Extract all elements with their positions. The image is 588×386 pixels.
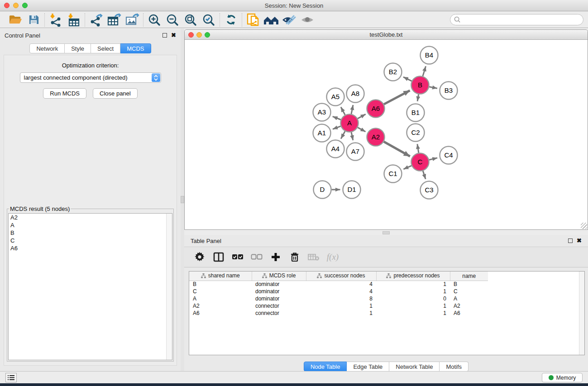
graph-edge-B-B4[interactable] (423, 66, 426, 76)
graph-edge-A-A6[interactable] (358, 114, 366, 119)
table-row[interactable]: A2connector11A2 (189, 302, 488, 310)
show-columns-icon[interactable] (210, 249, 227, 265)
create-column-icon[interactable] (268, 249, 284, 265)
table-cell-shared_name[interactable]: A6 (189, 310, 252, 317)
table-cell-predecessor_nodes[interactable]: 0 (376, 295, 450, 302)
graph-edge-B-B3[interactable] (429, 87, 437, 88)
table-cell-successor_nodes[interactable]: 4 (306, 281, 376, 288)
resize-grip-icon[interactable] (581, 223, 587, 229)
table-cell-name[interactable]: C (450, 288, 488, 295)
horizontal-splitter[interactable] (184, 230, 588, 235)
tab-node-table[interactable]: Node Table (304, 362, 347, 372)
delete-columns-icon[interactable] (287, 249, 303, 265)
graph-edge-C-C2[interactable] (417, 144, 419, 153)
table-row[interactable]: Bdominator41B (189, 281, 488, 288)
table-cell-mcds_role[interactable]: dominator (252, 288, 306, 295)
refresh-icon[interactable] (222, 13, 240, 27)
close-table-panel-icon[interactable]: ✖ (577, 238, 582, 243)
table-scrollbar[interactable] (579, 272, 584, 355)
table-cell-predecessor_nodes[interactable]: 1 (376, 302, 450, 310)
graph-edge-C-C1[interactable] (403, 166, 411, 169)
open-file-icon[interactable] (6, 13, 24, 27)
vertical-splitter[interactable] (181, 29, 184, 371)
graph-edge-B-B2[interactable] (403, 77, 412, 81)
result-list-item[interactable]: B (9, 229, 172, 237)
net-zoom-button[interactable] (205, 32, 210, 38)
table-cell-name[interactable]: A6 (450, 310, 488, 317)
column-header-successor-nodes[interactable]: successor nodes (306, 272, 376, 281)
import-table-icon[interactable] (65, 13, 83, 27)
save-session-icon[interactable] (24, 13, 43, 27)
graph-edge-C-C4[interactable] (429, 158, 437, 160)
table-cell-mcds_role[interactable]: dominator (252, 281, 306, 288)
float-panel-icon[interactable] (163, 33, 167, 38)
new-network-from-selection-icon[interactable] (244, 13, 262, 27)
table-options-icon[interactable] (191, 249, 208, 265)
tab-network[interactable]: Network (29, 43, 65, 53)
network-canvas[interactable]: B4B2BB3A8A5A6A3B1AC2A1A2A4A7C4CC1C3DD1 (185, 40, 588, 229)
zoom-fit-icon[interactable] (182, 13, 200, 27)
tab-mcds[interactable]: MCDS (120, 43, 151, 53)
export-table-icon[interactable] (105, 13, 123, 27)
close-panel-button[interactable]: Close panel (93, 88, 138, 99)
task-history-button[interactable] (5, 373, 17, 382)
table-row[interactable]: A6connector11A6 (189, 310, 488, 317)
zoom-in-icon[interactable] (145, 13, 163, 27)
result-scrollbar[interactable] (166, 214, 172, 360)
zoom-out-icon[interactable] (163, 13, 182, 27)
result-list-item[interactable]: A6 (9, 244, 172, 252)
column-header-name[interactable]: name (450, 272, 488, 281)
splitter-grip[interactable] (181, 196, 184, 203)
minimize-window-button[interactable] (13, 3, 19, 8)
table-cell-successor_nodes[interactable]: 1 (306, 302, 376, 310)
close-window-button[interactable] (4, 3, 10, 8)
graph-edge-B-B1[interactable] (417, 94, 419, 101)
table-cell-successor_nodes[interactable]: 1 (306, 310, 376, 317)
network-window-titlebar[interactable]: testGlobe.txt (185, 30, 588, 40)
graph-edge-A-A1[interactable] (333, 126, 341, 129)
show-all-icon[interactable] (298, 13, 316, 27)
float-table-panel-icon[interactable] (568, 238, 573, 243)
table-cell-shared_name[interactable]: A (189, 295, 252, 302)
table-cell-shared_name[interactable]: C (189, 288, 252, 295)
table-cell-predecessor_nodes[interactable]: 1 (376, 288, 450, 295)
first-neighbors-icon[interactable] (262, 13, 280, 27)
column-header-mcds-role[interactable]: MCDS role (252, 272, 306, 281)
tab-edge-table[interactable]: Edge Table (347, 362, 389, 372)
unselect-all-columns-icon[interactable] (249, 249, 265, 265)
tab-network-table[interactable]: Network Table (389, 362, 440, 372)
net-minimize-button[interactable] (196, 32, 202, 38)
graph-edge-A-A4[interactable] (341, 131, 345, 139)
tab-motifs[interactable]: Motifs (440, 362, 468, 372)
run-mcds-button[interactable]: Run MCDS (43, 88, 86, 99)
result-list-item[interactable]: A2 (9, 214, 172, 221)
graph-edge-A-A8[interactable] (351, 105, 353, 114)
export-image-icon[interactable] (123, 13, 141, 27)
table-cell-mcds_role[interactable]: dominator (252, 295, 306, 302)
column-header-shared-name[interactable]: shared name (189, 272, 252, 281)
table-cell-shared_name[interactable]: A2 (189, 302, 252, 310)
splitter-grip[interactable] (382, 231, 390, 234)
select-all-columns-icon[interactable] (229, 249, 246, 265)
criterion-select[interactable]: largest connected component (directed) (20, 72, 161, 83)
table-cell-mcds_role[interactable]: connector (252, 310, 306, 317)
graph-edge-C-C3[interactable] (423, 171, 425, 179)
table-cell-successor_nodes[interactable]: 4 (306, 288, 376, 295)
table-cell-name[interactable]: A2 (450, 302, 488, 310)
tab-select[interactable]: Select (91, 43, 120, 53)
tab-style[interactable]: Style (65, 43, 91, 53)
table-cell-shared_name[interactable]: B (189, 281, 252, 288)
table-cell-name[interactable]: B (450, 281, 488, 288)
table-cell-name[interactable]: A (450, 295, 488, 302)
export-network-icon[interactable] (87, 13, 105, 27)
graph-edge-A-A5[interactable] (341, 107, 345, 114)
column-header-predecessor-nodes[interactable]: predecessor nodes (376, 272, 450, 281)
net-close-button[interactable] (188, 32, 194, 38)
graph-edge-A2-C[interactable] (384, 142, 410, 156)
graph-edge-A6-B[interactable] (384, 91, 410, 104)
table-cell-successor_nodes[interactable]: 8 (306, 295, 376, 302)
zoom-window-button[interactable] (22, 3, 28, 8)
table-row[interactable]: Adominator80A (189, 295, 488, 302)
hide-selection-icon[interactable] (280, 13, 298, 27)
table-cell-mcds_role[interactable]: connector (252, 302, 306, 310)
